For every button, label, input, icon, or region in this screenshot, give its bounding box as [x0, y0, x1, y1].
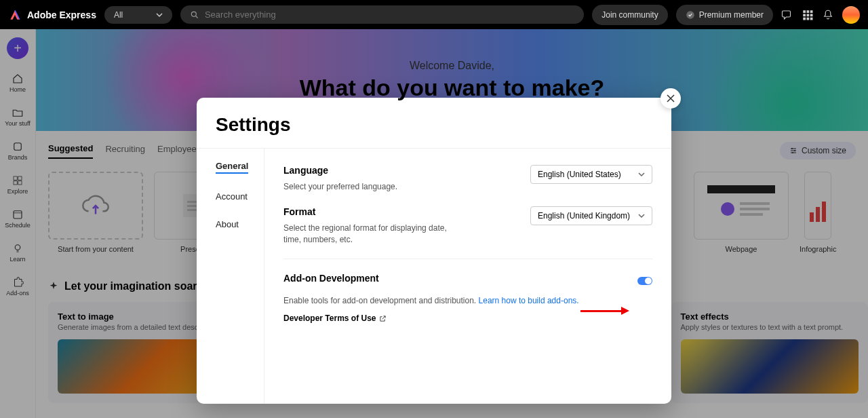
join-community-button[interactable]: Join community — [592, 5, 667, 25]
modal-content: Language Select your preferred language.… — [264, 149, 671, 404]
grid-icon[interactable] — [802, 9, 814, 21]
svg-rect-3 — [807, 10, 810, 13]
svg-rect-9 — [807, 17, 810, 20]
svg-rect-8 — [803, 17, 806, 20]
settings-modal: Settings General Account About Language … — [197, 98, 671, 404]
modal-nav-account[interactable]: Account — [216, 191, 264, 202]
svg-rect-10 — [810, 17, 813, 20]
svg-rect-4 — [810, 10, 813, 13]
modal-sidebar: General Account About — [197, 149, 264, 404]
premium-label: Premium member — [699, 10, 764, 20]
chevron-down-icon — [638, 212, 645, 219]
developer-terms-link[interactable]: Developer Terms of Use — [283, 314, 652, 323]
chat-icon[interactable] — [781, 9, 793, 21]
user-avatar[interactable] — [842, 6, 860, 24]
addon-desc-row: Enable tools for add-on development and … — [283, 296, 652, 305]
language-select[interactable]: English (United States) — [530, 165, 652, 184]
welcome-text: Welcome Davide, — [410, 60, 494, 72]
close-icon — [667, 94, 675, 102]
svg-rect-2 — [803, 10, 806, 13]
bell-icon[interactable] — [822, 9, 834, 21]
header-right: Join community Premium member — [592, 5, 860, 25]
external-link-icon — [379, 315, 387, 322]
modal-title: Settings — [197, 98, 671, 149]
setting-format: Format Select the regional format for di… — [283, 206, 652, 246]
modal-body: General Account About Language Select yo… — [197, 149, 671, 404]
modal-close-button[interactable] — [660, 88, 681, 109]
modal-nav-about[interactable]: About — [216, 219, 264, 229]
setting-language: Language Select your preferred language.… — [283, 165, 652, 193]
filter-label: All — [114, 10, 123, 20]
svg-rect-7 — [810, 14, 813, 16]
setting-addon-dev: Add-on Development Enable tools for add-… — [283, 273, 652, 323]
format-title: Format — [283, 206, 467, 217]
top-header: Adobe Express All Join community Premium… — [0, 0, 868, 29]
chevron-down-icon — [638, 171, 645, 178]
filter-dropdown[interactable]: All — [104, 6, 172, 24]
hero-title: What do you want to make? — [300, 75, 605, 101]
chevron-down-icon — [156, 12, 163, 18]
language-title: Language — [283, 165, 397, 176]
svg-point-1 — [686, 11, 694, 19]
app-logo[interactable]: Adobe Express — [8, 8, 96, 22]
learn-addons-link[interactable]: Learn how to build add-ons. — [479, 296, 579, 305]
format-desc: Select the regional format for displayin… — [283, 223, 467, 246]
app-name: Adobe Express — [27, 10, 96, 20]
language-desc: Select your preferred language. — [283, 181, 397, 193]
svg-rect-5 — [803, 14, 806, 16]
addon-desc: Enable tools for add-on development and … — [283, 296, 479, 305]
format-select[interactable]: English (United Kingdom) — [530, 206, 652, 225]
svg-point-0 — [191, 12, 196, 16]
search-bar[interactable] — [180, 5, 584, 24]
divider — [283, 259, 652, 259]
addon-toggle[interactable] — [637, 277, 652, 285]
modal-nav-general[interactable]: General — [216, 161, 248, 174]
premium-icon — [686, 10, 695, 20]
addon-title: Add-on Development — [283, 273, 379, 284]
search-input[interactable] — [205, 10, 574, 20]
svg-rect-6 — [807, 14, 810, 16]
search-icon — [190, 10, 199, 20]
arrow-annotation — [580, 307, 629, 315]
premium-member-button[interactable]: Premium member — [676, 5, 773, 25]
adobe-logo-icon — [8, 8, 22, 22]
